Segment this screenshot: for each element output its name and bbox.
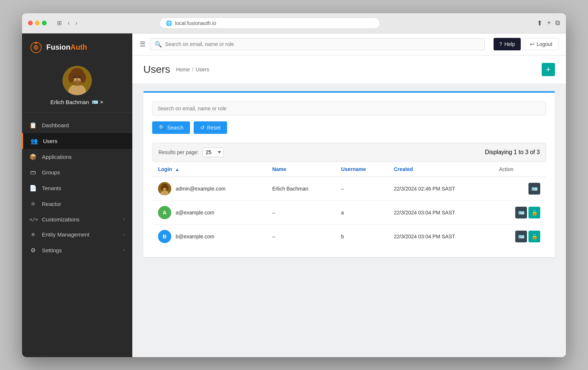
logo-icon: 0 — [29, 41, 43, 54]
search-card: 🔍 Search ↺ Reset Results per page: — [143, 91, 555, 257]
avatar-image — [62, 66, 92, 95]
cell-action-3: 🪪 🔒 — [493, 224, 546, 248]
fullscreen-button[interactable] — [42, 21, 47, 25]
results-per-page-label: Results per page: — [158, 149, 199, 155]
reset-icon: ↺ — [200, 125, 205, 131]
sidebar-nav: 📋 Dashboard 👥 Users 📦 Applications 🗃 Gro… — [22, 113, 132, 357]
edit-user-button-2[interactable]: 🪪 — [515, 207, 527, 218]
svg-text:0: 0 — [35, 45, 37, 50]
page-header: Users Home / Users + — [132, 56, 566, 84]
table-header: Login ▲ Name Username Created Action — [152, 162, 546, 177]
search-btn-icon: 🔍 — [159, 125, 165, 131]
sidebar-item-groups[interactable]: 🗃 Groups — [22, 165, 132, 180]
user-search-input[interactable] — [152, 102, 546, 115]
chevron-right-icon: › — [123, 217, 125, 222]
sidebar-item-settings[interactable]: ⚙ Settings › — [22, 242, 132, 258]
new-tab-icon[interactable]: + — [547, 19, 551, 27]
sidebar-item-customizations[interactable]: </> Customizations › — [22, 212, 132, 227]
cell-created-3: 22/3/2024 03:04 PM SAST — [388, 224, 493, 248]
logout-button[interactable]: ↩ Logout — [524, 38, 559, 50]
col-name[interactable]: Name — [266, 162, 335, 177]
lock-user-button-3[interactable]: 🔒 — [528, 231, 540, 242]
logo-auth: Auth — [71, 43, 87, 51]
copy-icon[interactable]: ⧉ — [555, 19, 560, 27]
lock-user-button-2[interactable]: 🔒 — [528, 207, 540, 218]
action-buttons-2: 🪪 🔒 — [499, 207, 540, 218]
header-actions: ? Help ↩ Logout — [494, 38, 559, 50]
top-header: ☰ 🔍 ? Help ↩ Logout — [132, 33, 566, 56]
user-avatar-svg — [62, 66, 92, 95]
email-text-2: a@example.com — [176, 210, 214, 216]
breadcrumb-home[interactable]: Home — [176, 67, 190, 72]
back-button[interactable]: ‹ — [66, 19, 71, 27]
col-login[interactable]: Login ▲ — [152, 162, 266, 177]
action-buttons-1: 🪪 — [499, 183, 540, 195]
minimize-button[interactable] — [35, 21, 40, 25]
user-name: Erlich Bachman — [50, 99, 89, 105]
sidebar-label-dashboard: Dashboard — [42, 122, 69, 128]
users-table: Login ▲ Name Username Created Action — [152, 162, 546, 248]
sidebar: 0 FusionAuth — [22, 33, 132, 357]
sidebar-logo: 0 FusionAuth — [22, 33, 132, 60]
reset-button[interactable]: ↺ Reset — [194, 121, 227, 134]
cell-created-1: 22/3/2024 02:46 PM SAST — [388, 177, 493, 200]
col-created[interactable]: Created — [388, 162, 493, 177]
sidebar-item-users[interactable]: 👥 Users — [22, 133, 132, 149]
sidebar-item-entity-management[interactable]: ≡ Entity Management › — [22, 227, 132, 242]
forward-button[interactable]: › — [74, 19, 79, 27]
results-per-page: Results per page: 25 10 50 100 — [158, 147, 224, 157]
global-search-input[interactable] — [165, 41, 480, 47]
row-avatar-1 — [158, 182, 171, 195]
sidebar-label-tenants: Tenants — [42, 185, 61, 191]
sidebar-item-reactor[interactable]: ⚛ Reactor — [22, 196, 132, 212]
edit-user-button-1[interactable]: 🪪 — [528, 183, 540, 195]
search-actions: 🔍 Search ↺ Reset — [152, 121, 546, 134]
cell-action-1: 🪪 — [493, 177, 546, 200]
chevron-right-icon-settings: › — [123, 248, 125, 253]
page-title-section: Users Home / Users — [143, 64, 209, 75]
traffic-lights — [28, 21, 47, 25]
address-bar[interactable]: 🌐 local.fusionauth.io — [159, 18, 380, 29]
col-username[interactable]: Username — [335, 162, 388, 177]
svg-point-12 — [76, 78, 78, 80]
breadcrumb-separator: / — [192, 67, 193, 72]
sidebar-item-dashboard[interactable]: 📋 Dashboard — [22, 117, 132, 133]
avatar — [62, 66, 92, 95]
lock-icon-3: 🔒 — [531, 234, 538, 239]
sidebar-item-tenants[interactable]: 📄 Tenants — [22, 180, 132, 196]
email-text-3: b@example.com — [176, 234, 214, 239]
search-inner: 🔍 Search ↺ Reset Results per page: — [143, 93, 555, 257]
sidebar-label-applications: Applications — [42, 154, 72, 160]
close-button[interactable] — [28, 21, 33, 25]
cell-name-2: – — [266, 200, 335, 224]
add-user-button[interactable]: + — [542, 63, 555, 76]
sidebar-label-settings: Settings — [42, 247, 62, 253]
sidebar-toggle-icon[interactable]: ⊞ — [55, 19, 63, 27]
breadcrumb: Home / Users — [176, 67, 209, 72]
entity-management-icon: ≡ — [29, 231, 37, 238]
reactor-icon: ⚛ — [29, 200, 37, 207]
help-icon: ? — [499, 41, 502, 47]
customizations-icon: </> — [29, 217, 37, 222]
browser-navigation: ⊞ ‹ › — [55, 19, 79, 27]
search-button[interactable]: 🔍 Search — [152, 121, 190, 134]
table-body: admin@example.com Erlich Bachman – 22/3/… — [152, 177, 546, 248]
hamburger-menu-icon[interactable]: ☰ — [140, 40, 146, 48]
cell-username-3: b — [335, 224, 388, 248]
search-btn-label: Search — [167, 125, 183, 131]
user-card-icon[interactable]: 🪪 — [92, 99, 98, 105]
user-navigate-icon[interactable]: ➤ — [100, 99, 104, 105]
sidebar-label-reactor: Reactor — [42, 201, 61, 207]
svg-point-8 — [68, 72, 74, 83]
global-search-bar[interactable]: 🔍 — [150, 38, 485, 50]
sidebar-label-users: Users — [43, 138, 57, 144]
help-button[interactable]: ? Help — [494, 38, 521, 50]
lock-icon-2: 🔒 — [531, 210, 538, 216]
edit-user-button-3[interactable]: 🪪 — [515, 231, 527, 242]
browser-window: ⊞ ‹ › 🌐 local.fusionauth.io ⬆ + ⧉ — [22, 13, 566, 357]
per-page-select[interactable]: 25 10 50 100 — [202, 147, 224, 157]
svg-point-18 — [161, 186, 164, 190]
sidebar-label-groups: Groups — [42, 169, 60, 175]
sidebar-item-applications[interactable]: 📦 Applications — [22, 149, 132, 165]
share-icon[interactable]: ⬆ — [537, 19, 542, 27]
